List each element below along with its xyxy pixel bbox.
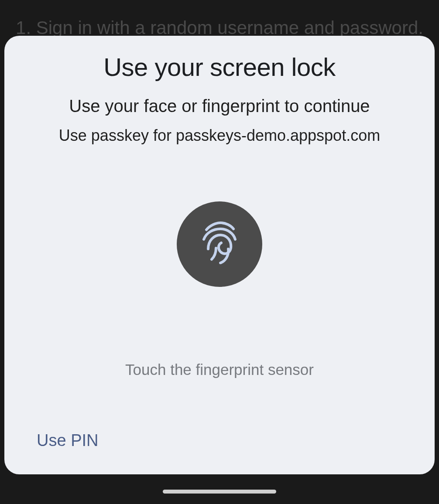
dialog-title: Use your screen lock (103, 52, 336, 82)
navigation-bar-pill[interactable] (163, 490, 276, 494)
background-step-text: 1. Sign in with a random username and pa… (0, 17, 439, 38)
fingerprint-icon (199, 220, 240, 268)
instruction-text: Touch the fingerprint sensor (125, 361, 314, 378)
passkey-domain-text: Use passkey for passkeys-demo.appspot.co… (59, 126, 380, 145)
biometric-prompt-sheet: Use your screen lock Use your face or fi… (4, 36, 435, 474)
use-pin-button[interactable]: Use PIN (37, 431, 98, 450)
fingerprint-sensor[interactable] (177, 201, 262, 287)
dialog-subtitle: Use your face or fingerprint to continue (69, 96, 370, 116)
